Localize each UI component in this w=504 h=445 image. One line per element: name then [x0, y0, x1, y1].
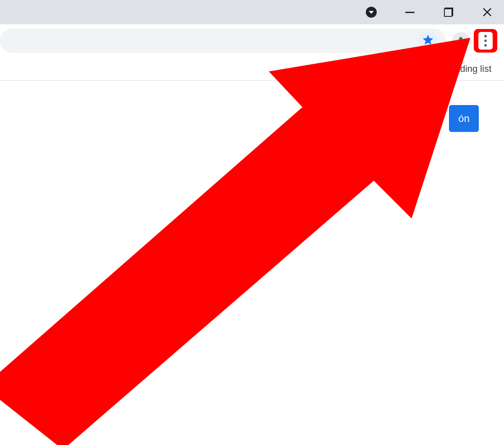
close-button[interactable] [479, 4, 496, 21]
minimize-icon [405, 12, 415, 13]
page-top-links: Gmail Imágenes ón [351, 105, 479, 132]
minimize-button[interactable] [402, 4, 418, 21]
svg-point-2 [459, 37, 463, 41]
omnibox[interactable] [0, 29, 446, 53]
window-titlebar [0, 0, 504, 24]
person-icon [455, 35, 466, 46]
bookmarks-bar: Reading list [0, 57, 504, 81]
caret-down-circle-icon [366, 7, 377, 18]
divider [419, 63, 420, 75]
reading-list-icon [427, 62, 438, 76]
restore-icon [444, 8, 453, 17]
close-icon [482, 7, 492, 17]
profile-avatar-button[interactable] [452, 32, 470, 50]
titlebar-dropdown-button[interactable] [363, 4, 380, 21]
kebab-menu-button[interactable] [478, 32, 493, 50]
browser-toolbar [0, 24, 504, 57]
star-filled-icon [422, 34, 434, 48]
images-link[interactable]: Imágenes [390, 112, 438, 125]
maximize-restore-button[interactable] [440, 4, 457, 21]
svg-marker-6 [0, 38, 470, 445]
sign-in-button[interactable]: ón [449, 105, 479, 132]
dots-vertical-icon [484, 35, 487, 37]
bookmark-star-button[interactable] [417, 32, 438, 50]
reading-list-link[interactable]: Reading list [443, 63, 491, 74]
annotation-highlight-box [474, 29, 497, 53]
gmail-link[interactable]: Gmail [351, 112, 379, 125]
